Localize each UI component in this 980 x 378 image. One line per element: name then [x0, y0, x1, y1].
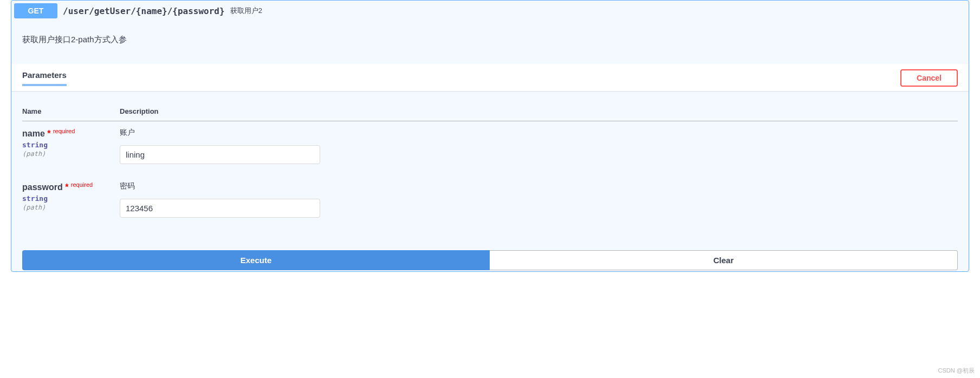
param-description: 密码 [120, 181, 958, 191]
table-row: name * required string (path) 账户 [22, 121, 958, 175]
table-row: password * required string (path) 密码 [22, 175, 958, 229]
cancel-button[interactable]: Cancel [900, 69, 958, 87]
param-name: name [22, 129, 45, 138]
clear-button[interactable]: Clear [490, 250, 958, 270]
required-star-icon: * [47, 129, 50, 138]
operation-title: 获取用户2 [230, 6, 262, 16]
operation-description: 获取用户接口2-path方式入参 [11, 21, 969, 64]
column-header-description: Description [120, 102, 958, 121]
required-star-icon: * [65, 183, 68, 192]
column-header-name: Name [22, 102, 120, 121]
param-name-input[interactable] [120, 145, 320, 164]
required-label: required [71, 181, 93, 188]
execute-button[interactable]: Execute [22, 250, 490, 270]
parameters-content: Name Description name * required string [11, 91, 969, 250]
param-type: string [22, 194, 120, 203]
operation-block: GET /user/getUser/{name}/{password} 获取用户… [11, 0, 969, 272]
operation-body: 获取用户接口2-path方式入参 Parameters Cancel Name … [11, 21, 969, 271]
param-location: (path) [22, 204, 120, 211]
parameters-table: Name Description name * required string [22, 102, 958, 229]
param-location: (path) [22, 150, 120, 158]
method-badge: GET [14, 3, 57, 18]
param-type: string [22, 141, 120, 149]
param-description: 账户 [120, 128, 958, 138]
operation-summary[interactable]: GET /user/getUser/{name}/{password} 获取用户… [11, 1, 969, 21]
param-password-input[interactable] [120, 199, 320, 218]
action-row: Execute Clear [11, 250, 969, 271]
operation-path: /user/getUser/{name}/{password} [63, 6, 225, 16]
param-name: password [22, 183, 63, 192]
parameters-tab[interactable]: Parameters [22, 70, 67, 86]
required-label: required [53, 128, 75, 134]
parameters-bar: Parameters Cancel [11, 64, 969, 91]
